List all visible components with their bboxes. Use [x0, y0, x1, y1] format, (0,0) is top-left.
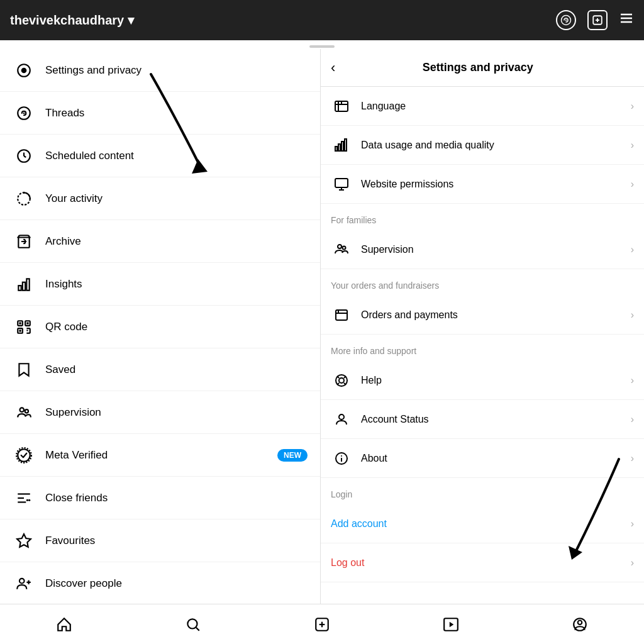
activity-icon [13, 187, 35, 210]
top-header: thevivekchaudhary ▾ [0, 0, 644, 40]
settings-label-about: About [361, 453, 631, 464]
svg-point-55 [343, 246, 346, 249]
signal-icon [331, 135, 352, 156]
right-panel-header: ‹ Settings and privacy [321, 49, 644, 87]
settings-item-about[interactable]: About › [321, 439, 644, 478]
svg-point-1 [565, 19, 567, 21]
right-panel: ‹ Settings and privacy Language › [321, 49, 644, 604]
clock-icon [13, 145, 35, 167]
nav-profile[interactable] [565, 609, 595, 640]
menu-item-scheduled[interactable]: Scheduled content [0, 135, 320, 177]
menu-item-close-friends[interactable]: Close friends [0, 477, 320, 519]
svg-rect-56 [336, 310, 347, 320]
settings-label-language: Language [361, 101, 631, 112]
menu-item-saved[interactable]: Saved [0, 348, 320, 391]
chevron-account-status: › [631, 414, 634, 425]
svg-point-39 [28, 499, 30, 501]
new-badge: NEW [277, 449, 308, 462]
menu-item-archive[interactable]: Archive [0, 220, 320, 263]
archive-icon [13, 230, 35, 253]
drag-indicator [0, 40, 644, 49]
menu-label-qr: QR code [45, 321, 308, 333]
menu-item-qr[interactable]: QR code [0, 306, 320, 348]
supervision-icon [13, 401, 35, 424]
chevron-log-out: › [631, 557, 634, 569]
menu-label-close-friends: Close friends [45, 492, 308, 504]
svg-rect-25 [26, 322, 28, 324]
discover-icon [13, 572, 35, 595]
nav-add[interactable] [307, 609, 337, 640]
add-icon[interactable] [587, 10, 608, 30]
supervision-settings-icon [331, 239, 352, 260]
menu-label-favourites: Favourites [45, 535, 308, 547]
nav-home[interactable] [49, 609, 79, 640]
settings-label-account-status: Account Status [361, 414, 631, 425]
settings-label-supervision: Supervision [361, 244, 631, 255]
bottom-nav [0, 604, 644, 644]
svg-point-68 [341, 455, 342, 457]
menu-item-meta-verified[interactable]: Meta Verified NEW [0, 434, 320, 477]
svg-point-60 [339, 378, 344, 383]
svg-point-78 [577, 620, 582, 625]
nav-reels[interactable] [436, 609, 466, 640]
svg-line-71 [196, 627, 199, 630]
svg-point-70 [188, 619, 197, 628]
settings-label-data-usage: Data usage and media quality [361, 140, 631, 151]
settings-item-data-usage[interactable]: Data usage and media quality › [321, 126, 644, 165]
qr-icon [13, 316, 35, 338]
svg-line-61 [337, 375, 339, 377]
threads-icon[interactable] [556, 10, 576, 30]
username-text: thevivekchaudhary [10, 13, 124, 28]
chevron-help: › [631, 375, 634, 386]
hamburger-icon[interactable] [619, 11, 634, 30]
svg-point-10 [22, 68, 26, 72]
svg-rect-24 [19, 322, 21, 324]
menu-item-favourites[interactable]: Favourites [0, 519, 320, 562]
chevron-supervision: › [631, 244, 634, 255]
svg-point-17 [23, 191, 25, 193]
nav-search[interactable] [178, 609, 208, 640]
chevron-data-usage: › [631, 140, 634, 151]
svg-point-33 [18, 449, 30, 462]
section-title-families: For families [321, 204, 644, 230]
settings-item-log-out[interactable]: Log out › [321, 543, 644, 582]
svg-marker-76 [450, 621, 454, 627]
menu-item-discover[interactable]: Discover people [0, 562, 320, 604]
svg-line-64 [337, 382, 339, 384]
language-icon [331, 96, 352, 117]
chevron-add-account: › [631, 518, 634, 530]
settings-item-help[interactable]: Help › [321, 361, 644, 400]
settings-item-add-account[interactable]: Add account › [321, 504, 644, 543]
back-button[interactable]: ‹ [331, 60, 335, 76]
settings-item-language[interactable]: Language › [321, 87, 644, 126]
svg-rect-26 [19, 330, 21, 331]
menu-item-threads[interactable]: Threads [0, 92, 320, 135]
svg-point-41 [19, 578, 25, 583]
settings-label-help: Help [361, 375, 631, 386]
svg-point-12 [23, 112, 25, 114]
svg-rect-20 [26, 279, 29, 290]
section-title-login: Login [321, 478, 644, 504]
svg-rect-49 [341, 142, 343, 151]
info-icon [331, 448, 352, 469]
left-panel: Settings and privacy Threads [0, 49, 321, 604]
bar-chart-icon [13, 273, 35, 296]
settings-item-supervision[interactable]: Supervision › [321, 230, 644, 269]
section-title-support: More info and support [321, 335, 644, 361]
settings-label-add-account: Add account [331, 518, 631, 530]
menu-item-settings[interactable]: Settings and privacy [0, 49, 320, 92]
svg-rect-51 [335, 179, 348, 187]
settings-item-account-status[interactable]: Account Status › [321, 400, 644, 439]
svg-marker-40 [17, 534, 31, 547]
menu-item-activity[interactable]: Your activity [0, 177, 320, 220]
svg-point-31 [20, 408, 25, 412]
chevron-website-permissions: › [631, 179, 634, 190]
svg-point-38 [26, 499, 28, 501]
settings-item-orders[interactable]: Orders and payments › [321, 296, 644, 335]
menu-label-settings: Settings and privacy [45, 64, 308, 77]
settings-item-website-permissions[interactable]: Website permissions › [321, 165, 644, 204]
menu-item-supervision[interactable]: Supervision [0, 391, 320, 434]
username-area[interactable]: thevivekchaudhary ▾ [10, 13, 134, 28]
menu-item-insights[interactable]: Insights [0, 263, 320, 306]
menu-label-discover: Discover people [45, 577, 308, 590]
